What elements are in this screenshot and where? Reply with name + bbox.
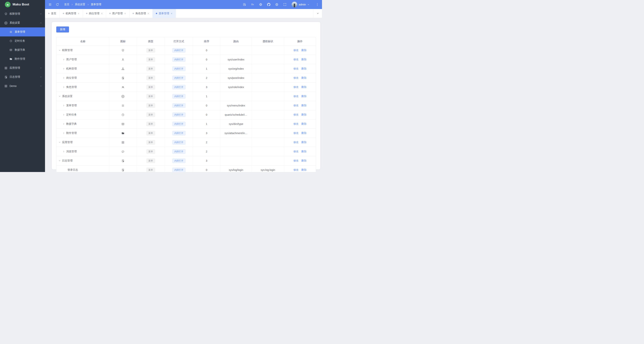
tab[interactable]: 角色管理 <box>130 9 153 18</box>
route-cell <box>220 147 252 156</box>
tree-toggle-collapsed-icon[interactable] <box>63 68 65 70</box>
sidebar-item-attachment[interactable]: 附件管理 <box>0 55 45 64</box>
tree-toggle-expanded-icon[interactable] <box>58 49 61 52</box>
edit-link[interactable]: 修改 <box>294 49 299 52</box>
tab[interactable]: 菜单管理 <box>153 9 176 18</box>
tab[interactable]: 岗位管理 <box>83 9 106 18</box>
delete-link[interactable]: 删除 <box>301 113 306 116</box>
edit-link[interactable]: 修改 <box>294 58 299 61</box>
delete-link[interactable]: 删除 <box>301 122 306 125</box>
edit-link[interactable]: 修改 <box>294 76 299 79</box>
tree-toggle-expanded-icon[interactable] <box>58 141 61 143</box>
tree-node: 日志管理 <box>57 159 109 162</box>
sidebar-item-log[interactable]: 日志管理 <box>0 73 45 82</box>
delete-link[interactable]: 删除 <box>301 85 306 88</box>
edit-link[interactable]: 修改 <box>294 95 299 98</box>
table-row: 日志管理菜单内部打开3修改删除 <box>56 156 316 165</box>
table-header-cell: 操作 <box>284 37 316 46</box>
menu-collapse-icon[interactable] <box>48 3 52 6</box>
tree-toggle-collapsed-icon[interactable] <box>63 86 65 88</box>
tree-toggle-expanded-icon[interactable] <box>58 160 61 162</box>
menu-name: 日志管理 <box>62 159 72 162</box>
tree-toggle-expanded-icon[interactable] <box>58 95 61 97</box>
sort-cell: 0 <box>193 46 220 55</box>
open-mode-cell: 内部打开 <box>165 147 193 156</box>
delete-link[interactable]: 删除 <box>301 168 306 171</box>
more-dots-icon[interactable] <box>316 3 319 6</box>
open-mode-cell: 内部打开 <box>165 73 193 83</box>
sidebar: Maku Boot 权限管理系统设置菜单管理定时任务数据字典附件管理应用管理日志… <box>0 0 45 172</box>
tab[interactable]: 用户管理 <box>106 9 130 18</box>
translate-icon[interactable] <box>243 3 246 6</box>
tab-close-icon[interactable] <box>171 13 172 15</box>
tree-toggle-collapsed-icon[interactable] <box>63 58 65 61</box>
sidebar-item-schedule[interactable]: 定时任务 <box>0 37 45 46</box>
edit-link[interactable]: 修改 <box>294 85 299 88</box>
edit-link[interactable]: 修改 <box>294 150 299 153</box>
tree-toggle-collapsed-icon[interactable] <box>63 77 65 79</box>
delete-link[interactable]: 删除 <box>301 159 306 162</box>
auth-cell <box>252 64 284 73</box>
delete-link[interactable]: 删除 <box>301 131 306 134</box>
tree-toggle-collapsed-icon[interactable] <box>63 150 65 153</box>
edit-link[interactable]: 修改 <box>294 67 299 70</box>
tab[interactable]: 机构管理 <box>60 9 83 18</box>
edit-link[interactable]: 修改 <box>294 131 299 134</box>
sidebar-item-menu[interactable]: 菜单管理 <box>0 28 45 37</box>
user-menu[interactable]: admin <box>292 2 310 7</box>
delete-link[interactable]: 删除 <box>301 141 306 144</box>
type-cell: 菜单 <box>137 156 165 165</box>
edit-link[interactable]: 修改 <box>294 122 299 125</box>
delete-link[interactable]: 删除 <box>301 95 306 98</box>
delete-link[interactable]: 删除 <box>301 67 306 70</box>
route-cell: sys/post/index <box>220 73 252 83</box>
delete-link[interactable]: 删除 <box>301 76 306 79</box>
edit-link[interactable]: 修改 <box>294 113 299 116</box>
sidebar-item-permission[interactable]: 权限管理 <box>0 10 45 19</box>
delete-link[interactable]: 删除 <box>301 58 306 61</box>
tree-toggle-collapsed-icon[interactable] <box>63 104 65 107</box>
edit-link[interactable]: 修改 <box>294 159 299 162</box>
globe-icon[interactable] <box>259 3 262 6</box>
edit-link[interactable]: 修改 <box>294 104 299 107</box>
type-tag: 菜单 <box>146 48 155 53</box>
open-mode-cell: 内部打开 <box>165 165 193 172</box>
delete-link[interactable]: 删除 <box>301 104 306 107</box>
refresh-icon[interactable] <box>56 3 59 6</box>
tab-close-icon[interactable] <box>78 13 80 15</box>
tabs-overflow-button[interactable] <box>313 9 322 18</box>
route-cell <box>220 138 252 147</box>
tree-toggle-collapsed-icon[interactable] <box>63 114 65 116</box>
breadcrumb-item[interactable]: 系统设置 <box>75 3 85 6</box>
menu-name: 数据字典 <box>66 122 77 126</box>
edit-link[interactable]: 修改 <box>294 141 299 144</box>
icon-cell <box>109 119 137 129</box>
gitee-icon[interactable] <box>275 3 278 6</box>
fullscreen-icon[interactable] <box>283 3 286 6</box>
github-icon[interactable] <box>267 3 270 6</box>
add-button[interactable]: 新增 <box>56 27 69 33</box>
edit-link[interactable]: 修改 <box>294 168 299 171</box>
type-cell: 菜单 <box>137 110 165 119</box>
font-size-icon[interactable]: TT <box>251 3 254 6</box>
tab-close-icon[interactable] <box>124 13 126 15</box>
sidebar-item-system[interactable]: 系统设置 <box>0 19 45 28</box>
sort-cell: 2 <box>193 73 220 83</box>
sidebar-item-demo[interactable]: Demo <box>0 82 45 91</box>
tab[interactable]: 首页 <box>45 9 60 18</box>
tree-toggle-collapsed-icon[interactable] <box>63 132 65 134</box>
tab-dot <box>132 13 134 14</box>
sidebar-item-dict[interactable]: 数据字典 <box>0 46 45 55</box>
menu-name: 定时任务 <box>66 113 77 116</box>
sidebar-item-app[interactable]: 应用管理 <box>0 64 45 73</box>
folder-filled-icon <box>121 132 124 135</box>
delete-link[interactable]: 删除 <box>301 49 306 52</box>
tab-close-icon[interactable] <box>148 13 149 15</box>
tab-close-icon[interactable] <box>101 13 103 15</box>
chevron-down-icon <box>316 12 319 15</box>
tree-toggle-collapsed-icon[interactable] <box>63 123 65 125</box>
breadcrumb-item[interactable]: 首页 <box>64 3 70 6</box>
open-mode-cell: 内部打开 <box>165 83 193 92</box>
delete-link[interactable]: 删除 <box>301 150 306 153</box>
avatar[interactable] <box>292 2 297 7</box>
